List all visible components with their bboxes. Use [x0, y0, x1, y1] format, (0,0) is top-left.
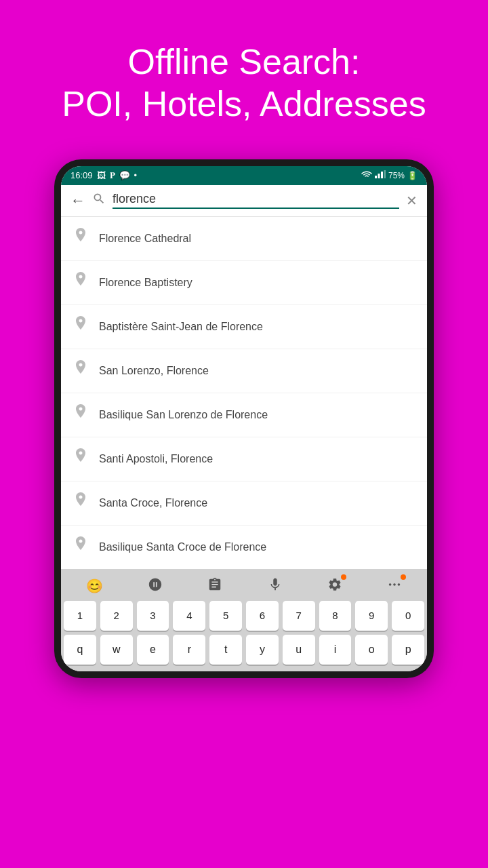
result-label: Florence Cathedral: [99, 233, 191, 245]
search-input[interactable]: florence: [113, 192, 399, 209]
result-label: Basilique Santa Croce de Florence: [99, 541, 266, 553]
location-pin-icon: [73, 536, 88, 558]
mic-button[interactable]: [268, 577, 283, 595]
result-label: Baptistère Saint-Jean de Florence: [99, 321, 263, 333]
keyboard: 😊: [61, 569, 427, 671]
key-4[interactable]: 4: [173, 601, 205, 631]
svg-point-4: [389, 583, 392, 586]
emoji-button[interactable]: 😊: [86, 578, 103, 594]
result-label: Florence Baptistery: [99, 277, 192, 289]
sticker-button[interactable]: [148, 577, 163, 595]
clear-button[interactable]: ✕: [406, 193, 418, 209]
keyboard-toolbar: 😊: [64, 574, 424, 601]
key-3[interactable]: 3: [137, 601, 169, 631]
key-p[interactable]: p: [392, 635, 424, 665]
key-y[interactable]: y: [246, 635, 279, 665]
result-item[interactable]: Basilique Santa Croce de Florence: [61, 526, 427, 569]
result-label: Basilique San Lorenzo de Florence: [99, 409, 268, 421]
svg-rect-3: [384, 170, 386, 178]
location-pin-icon: [73, 448, 88, 470]
result-item[interactable]: Santa Croce, Florence: [61, 481, 427, 526]
key-w[interactable]: w: [100, 635, 133, 665]
result-item[interactable]: Basilique San Lorenzo de Florence: [61, 393, 427, 437]
result-item[interactable]: Santi Apostoli, Florence: [61, 437, 427, 481]
svg-rect-2: [381, 172, 383, 178]
location-pin-icon: [73, 360, 88, 382]
key-t[interactable]: t: [209, 635, 242, 665]
key-i[interactable]: i: [319, 635, 352, 665]
status-bar: 16:09 🖼 𝐏 💬 •: [61, 166, 427, 185]
result-item[interactable]: Florence Cathedral: [61, 217, 427, 261]
phone-screen: 16:09 🖼 𝐏 💬 •: [61, 166, 427, 671]
number-row: 1234567890: [64, 601, 424, 631]
result-item[interactable]: Florence Baptistery: [61, 261, 427, 305]
key-6[interactable]: 6: [246, 601, 279, 631]
location-pin-icon: [73, 404, 88, 426]
settings-badge: [341, 574, 346, 580]
key-q[interactable]: q: [64, 635, 96, 665]
key-5[interactable]: 5: [209, 601, 242, 631]
location-pin-icon: [73, 272, 88, 294]
more-button[interactable]: [387, 577, 402, 595]
wifi-icon: [361, 170, 372, 180]
key-8[interactable]: 8: [319, 601, 352, 631]
status-dot: •: [134, 170, 138, 180]
search-icon: [92, 192, 106, 209]
svg-rect-1: [378, 174, 380, 178]
result-item[interactable]: Baptistère Saint-Jean de Florence: [61, 305, 427, 349]
result-label: Santa Croce, Florence: [99, 497, 207, 509]
location-pin-icon: [73, 316, 88, 338]
results-list: Florence Cathedral Florence Baptistery B…: [61, 217, 427, 569]
result-label: Santi Apostoli, Florence: [99, 453, 213, 465]
key-7[interactable]: 7: [283, 601, 315, 631]
back-button[interactable]: ←: [70, 192, 85, 210]
phone-mockup: 16:09 🖼 𝐏 💬 •: [54, 159, 434, 678]
battery-text: 75%: [388, 171, 405, 180]
svg-point-5: [393, 583, 396, 586]
battery-icon: 🔋: [407, 171, 418, 180]
search-bar: ← florence ✕: [61, 185, 427, 217]
clipboard-button[interactable]: [207, 577, 222, 595]
status-photo-icon: 🖼: [97, 170, 106, 180]
key-e[interactable]: e: [137, 635, 169, 665]
key-0[interactable]: 0: [392, 601, 424, 631]
key-1[interactable]: 1: [64, 601, 96, 631]
key-o[interactable]: o: [355, 635, 388, 665]
result-item[interactable]: San Lorenzo, Florence: [61, 349, 427, 393]
svg-rect-0: [375, 176, 377, 178]
status-pinterest-icon: 𝐏: [110, 170, 115, 181]
svg-point-6: [397, 583, 400, 586]
signal-icon: [375, 170, 386, 180]
key-u[interactable]: u: [283, 635, 315, 665]
key-2[interactable]: 2: [100, 601, 133, 631]
location-pin-icon: [73, 228, 88, 250]
location-pin-icon: [73, 492, 88, 514]
status-chat-icon: 💬: [119, 170, 130, 180]
key-9[interactable]: 9: [355, 601, 388, 631]
settings-button[interactable]: [327, 577, 342, 595]
result-label: San Lorenzo, Florence: [99, 365, 209, 377]
key-r[interactable]: r: [173, 635, 205, 665]
qwerty-row: qwertyuiop: [64, 635, 424, 665]
hero-title: Offline Search: POI, Hotels, Addresses: [35, 0, 453, 153]
status-time: 16:09: [70, 170, 93, 180]
more-badge: [401, 574, 406, 580]
